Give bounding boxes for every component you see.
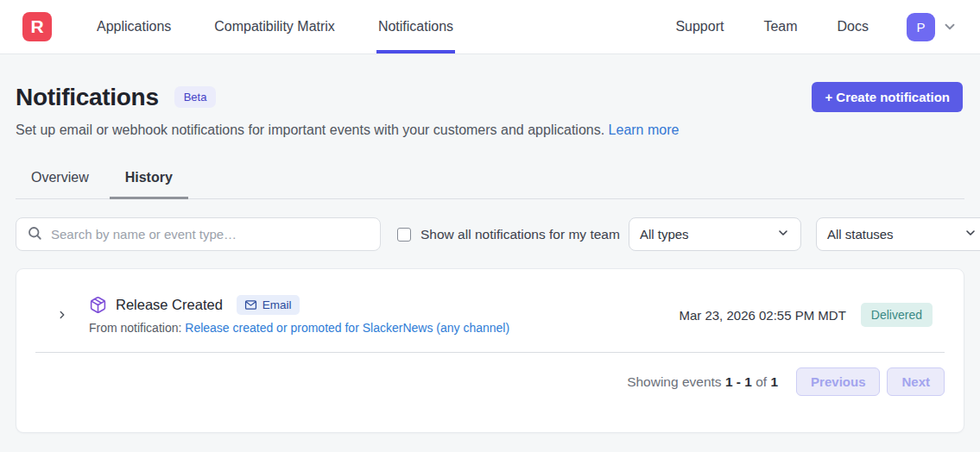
description-text: Set up email or webhook notifications fo… — [16, 122, 604, 137]
pagination: Showing events 1 - 1 of 1 Previous Next — [16, 353, 964, 415]
tab-bar: Overview History — [16, 160, 964, 199]
nav-right-links: Support Team Docs P — [673, 0, 958, 53]
tab-overview[interactable]: Overview — [16, 160, 104, 199]
row-expand-chevron-icon[interactable] — [51, 305, 73, 324]
nav-item-notifications[interactable]: Notifications — [376, 0, 455, 53]
channel-badge-label: Email — [262, 298, 292, 311]
page-header: Notifications Beta + Create notification — [16, 82, 964, 112]
chevron-down-icon — [776, 226, 790, 242]
search-input[interactable] — [51, 227, 370, 242]
logo-letter: R — [22, 12, 52, 41]
event-title: Release Created — [116, 297, 223, 313]
search-box[interactable] — [16, 217, 381, 251]
search-icon — [27, 225, 42, 244]
create-notification-button[interactable]: + Create notification — [812, 82, 963, 112]
page-title: Notifications — [16, 84, 159, 111]
notification-link[interactable]: Release created or promoted for SlackerN… — [185, 321, 509, 335]
events-card: Release Created Email From notification:… — [16, 268, 964, 433]
status-filter-select[interactable]: All statuses — [816, 217, 980, 251]
showing-events-text: Showing events 1 - 1 of 1 — [627, 374, 778, 390]
page-description: Set up email or webhook notifications fo… — [16, 122, 964, 138]
top-navigation: R Applications Compatibility Matrix Noti… — [0, 0, 980, 54]
status-filter-value: All statuses — [827, 227, 964, 242]
team-checkbox[interactable] — [397, 228, 411, 242]
chevron-down-icon[interactable] — [942, 19, 958, 35]
previous-button[interactable]: Previous — [796, 367, 880, 396]
event-timestamp: Mar 23, 2026 02:55 PM MDT — [679, 308, 845, 323]
package-icon — [89, 296, 107, 314]
nav-item-docs[interactable]: Docs — [836, 0, 870, 53]
tab-history[interactable]: History — [110, 160, 188, 199]
nav-item-compatibility-matrix[interactable]: Compatibility Matrix — [212, 0, 337, 53]
avatar[interactable]: P — [907, 13, 935, 41]
next-button[interactable]: Next — [887, 367, 945, 396]
chevron-down-icon — [964, 226, 977, 242]
event-range: 1 - 1 — [725, 374, 752, 389]
filter-bar: Show all notifications for my team All t… — [16, 217, 964, 251]
beta-badge: Beta — [174, 86, 217, 108]
from-notification-label: From notification: — [89, 321, 181, 335]
page-content: Notifications Beta + Create notification… — [0, 82, 980, 433]
nav-item-support[interactable]: Support — [673, 0, 725, 53]
nav-item-team[interactable]: Team — [762, 0, 799, 53]
account-menu[interactable]: P — [907, 13, 958, 41]
channel-badge: Email — [237, 295, 300, 315]
nav-links: Applications Compatibility Matrix Notifi… — [95, 0, 455, 53]
type-filter-select[interactable]: All types — [629, 217, 801, 251]
team-filter: Show all notifications for my team — [397, 227, 620, 242]
email-icon — [244, 298, 257, 311]
app-logo[interactable]: R — [22, 0, 52, 53]
event-total: 1 — [770, 374, 778, 389]
team-checkbox-label[interactable]: Show all notifications for my team — [420, 227, 620, 242]
nav-item-applications[interactable]: Applications — [95, 0, 173, 53]
learn-more-link[interactable]: Learn more — [609, 122, 680, 137]
type-filter-value: All types — [640, 227, 776, 242]
event-row: Release Created Email From notification:… — [16, 269, 964, 352]
status-badge: Delivered — [861, 303, 933, 327]
